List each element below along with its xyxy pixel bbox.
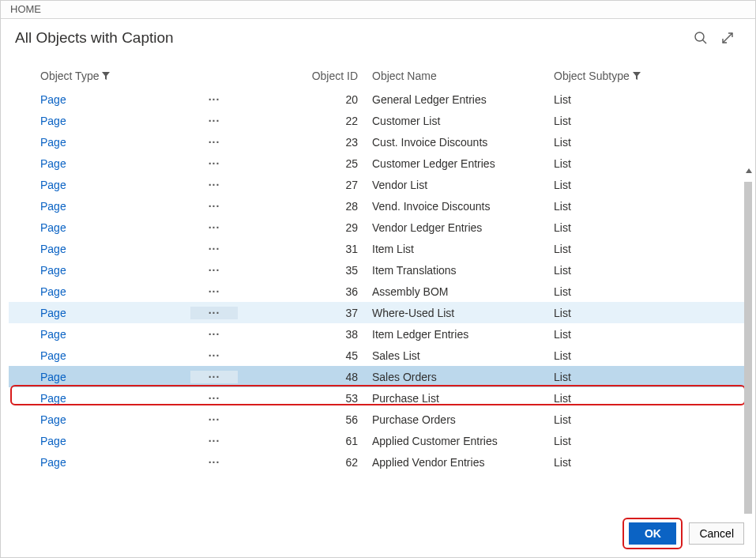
table-row[interactable]: Page···61Applied Customer EntriesList xyxy=(9,430,747,451)
cell-type[interactable]: Page xyxy=(40,136,190,149)
col-header-name[interactable]: Object Name xyxy=(372,70,554,82)
table-row[interactable]: Page···31Item ListList xyxy=(9,238,747,259)
col-header-type[interactable]: Object Type xyxy=(40,70,190,82)
svg-marker-5 xyxy=(746,168,752,173)
row-actions-button[interactable]: ··· xyxy=(190,179,238,191)
cell-id: 48 xyxy=(238,371,372,383)
row-actions-button[interactable]: ··· xyxy=(190,392,238,405)
cell-name: Sales Orders xyxy=(372,371,554,383)
cell-type[interactable]: Page xyxy=(40,179,190,191)
cell-subtype: List xyxy=(554,392,712,405)
table-row[interactable]: Page···20General Ledger EntriesList xyxy=(9,89,747,110)
cell-id: 35 xyxy=(238,264,372,277)
cell-type[interactable]: Page xyxy=(40,413,190,426)
page-title: All Objects with Caption xyxy=(15,29,687,47)
search-button[interactable] xyxy=(687,27,714,49)
svg-marker-4 xyxy=(633,72,641,80)
cell-type[interactable]: Page xyxy=(40,456,190,469)
row-actions-button[interactable]: ··· xyxy=(190,157,238,170)
cell-id: 36 xyxy=(238,285,372,298)
cell-type[interactable]: Page xyxy=(40,349,190,362)
cell-subtype: List xyxy=(554,371,712,383)
cell-type[interactable]: Page xyxy=(40,93,190,106)
row-actions-button[interactable]: ··· xyxy=(190,285,238,298)
cell-subtype: List xyxy=(554,136,712,149)
cell-name: Purchase Orders xyxy=(372,413,554,426)
col-header-id[interactable]: Object ID xyxy=(238,70,372,82)
cell-name: Item List xyxy=(372,243,554,255)
expand-icon xyxy=(720,30,735,46)
cancel-button[interactable]: Cancel xyxy=(689,522,744,545)
cell-id: 45 xyxy=(238,349,372,362)
cell-type[interactable]: Page xyxy=(40,371,190,383)
row-actions-button[interactable]: ··· xyxy=(190,264,238,277)
cell-type[interactable]: Page xyxy=(40,200,190,213)
cell-type[interactable]: Page xyxy=(40,328,190,341)
cell-name: Customer Ledger Entries xyxy=(372,157,554,170)
table-row[interactable]: Page···36Assembly BOMList xyxy=(9,281,747,302)
table-row[interactable]: Page···23Cust. Invoice DiscountsList xyxy=(9,131,747,153)
cell-type[interactable]: Page xyxy=(40,285,190,298)
cell-subtype: List xyxy=(554,285,712,298)
expand-button[interactable] xyxy=(714,27,741,49)
row-actions-button[interactable]: ··· xyxy=(190,435,238,447)
table-row[interactable]: Page···62Applied Vendor EntriesList xyxy=(9,451,747,473)
cell-subtype: List xyxy=(554,179,712,191)
table-row[interactable]: Page···28Vend. Invoice DiscountsList xyxy=(9,195,747,217)
cell-name: Purchase List xyxy=(372,392,554,405)
cell-type[interactable]: Page xyxy=(40,392,190,405)
filter-icon xyxy=(102,72,110,80)
svg-line-1 xyxy=(703,40,706,43)
cell-id: 28 xyxy=(238,200,372,213)
vertical-scrollbar[interactable] xyxy=(743,164,755,558)
row-actions-button[interactable]: ··· xyxy=(190,413,238,426)
row-actions-button[interactable]: ··· xyxy=(190,349,238,362)
table-row[interactable]: Page···45Sales ListList xyxy=(9,345,747,366)
scroll-track[interactable] xyxy=(743,177,755,558)
row-actions-button[interactable]: ··· xyxy=(190,200,238,213)
row-actions-button[interactable]: ··· xyxy=(190,307,238,319)
table-row[interactable]: Page···38Item Ledger EntriesList xyxy=(9,323,747,345)
table-row[interactable]: Page···35Item TranslationsList xyxy=(9,259,747,281)
cell-name: Cust. Invoice Discounts xyxy=(372,136,554,149)
cell-type[interactable]: Page xyxy=(40,243,190,255)
cell-type[interactable]: Page xyxy=(40,264,190,277)
cell-type[interactable]: Page xyxy=(40,435,190,447)
cell-id: 22 xyxy=(238,115,372,127)
table-row[interactable]: Page···53Purchase ListList xyxy=(9,387,747,409)
cell-type[interactable]: Page xyxy=(40,221,190,234)
cell-id: 62 xyxy=(238,456,372,469)
ok-button[interactable]: OK xyxy=(629,522,676,545)
table-row[interactable]: Page···37Where-Used ListList xyxy=(9,302,747,323)
row-actions-button[interactable]: ··· xyxy=(190,221,238,234)
cell-subtype: List xyxy=(554,307,712,319)
cell-subtype: List xyxy=(554,115,712,127)
row-actions-button[interactable]: ··· xyxy=(190,115,238,127)
scroll-thumb[interactable] xyxy=(744,182,752,514)
scroll-up-button[interactable] xyxy=(743,164,755,177)
cell-type[interactable]: Page xyxy=(40,115,190,127)
ribbon-tab-home-label: HOME xyxy=(10,3,41,15)
table-row[interactable]: Page···25Customer Ledger EntriesList xyxy=(9,153,747,174)
cell-id: 25 xyxy=(238,157,372,170)
row-actions-button[interactable]: ··· xyxy=(190,456,238,469)
table-row[interactable]: Page···56Purchase OrdersList xyxy=(9,409,747,430)
row-actions-button[interactable]: ··· xyxy=(190,243,238,255)
cell-type[interactable]: Page xyxy=(40,307,190,319)
cell-type[interactable]: Page xyxy=(40,157,190,170)
cell-subtype: List xyxy=(554,435,712,447)
ribbon-tab-home[interactable]: HOME xyxy=(1,1,755,19)
table-row[interactable]: Page···27Vendor ListList xyxy=(9,174,747,195)
cell-id: 23 xyxy=(238,136,372,149)
row-actions-button[interactable]: ··· xyxy=(190,136,238,149)
row-actions-button[interactable]: ··· xyxy=(190,371,238,383)
row-actions-button[interactable]: ··· xyxy=(190,328,238,341)
objects-table: Object Type Object ID Object Name Object… xyxy=(9,70,747,496)
row-actions-button[interactable]: ··· xyxy=(190,93,238,106)
table-row[interactable]: Page···29Vendor Ledger EntriesList xyxy=(9,217,747,238)
cell-subtype: List xyxy=(554,157,712,170)
table-row[interactable]: Page···22Customer ListList xyxy=(9,110,747,131)
col-header-subtype[interactable]: Object Subtype xyxy=(554,70,712,82)
table-row[interactable]: Page···48Sales OrdersList xyxy=(9,366,747,387)
cell-id: 31 xyxy=(238,243,372,255)
